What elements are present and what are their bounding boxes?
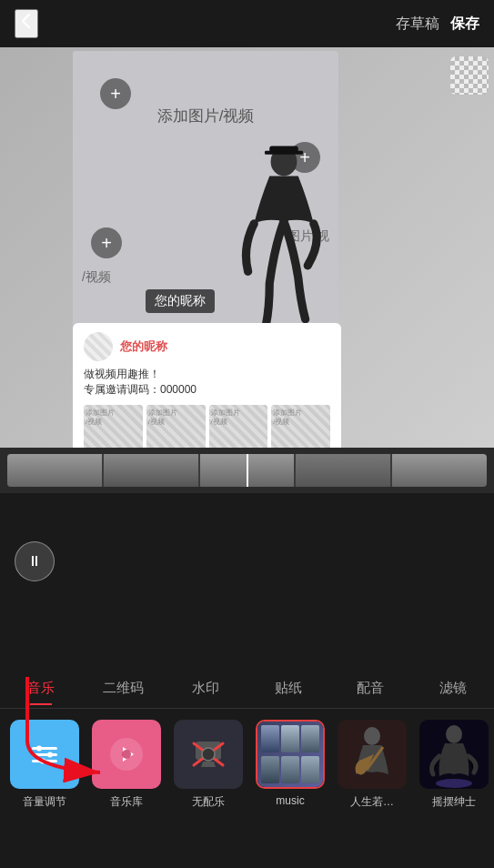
add-media-plus-tl[interactable]: + <box>100 78 131 109</box>
pause-icon: ⏸ <box>27 553 42 570</box>
tab-watermark[interactable]: 水印 <box>165 672 247 704</box>
header-actions: 存草稿 保存 <box>396 15 479 34</box>
svg-rect-5 <box>32 753 57 756</box>
timeline-seg <box>392 454 487 487</box>
tool-music-lib[interactable]: 音乐库 <box>89 720 164 810</box>
draft-button[interactable]: 存草稿 <box>396 15 439 34</box>
svg-point-7 <box>36 746 42 752</box>
tool-no-music[interactable]: 无配乐 <box>171 720 246 810</box>
back-button[interactable] <box>15 9 38 38</box>
svg-point-8 <box>47 752 53 758</box>
avatar-top-right <box>450 56 489 95</box>
svg-point-19 <box>436 779 472 788</box>
post-card-name: 您的昵称 <box>120 338 167 355</box>
svg-point-15 <box>364 727 380 745</box>
tool-person2-label: 摇摆绅士 <box>432 794 476 810</box>
timeline-seg <box>296 454 390 487</box>
post-card-desc1: 做视频用趣推！ <box>84 367 330 382</box>
music-thumb-inner <box>257 722 323 787</box>
tools-row: 音量调节 音乐库 无配乐 <box>0 709 494 868</box>
tool-music-selected-label: music <box>276 794 304 807</box>
tool-volume-label: 音量调节 <box>23 794 66 810</box>
tab-dubbing[interactable]: 配音 <box>329 672 412 704</box>
svg-rect-4 <box>32 747 57 750</box>
tool-volume[interactable]: 音量调节 <box>7 720 82 810</box>
tab-qrcode[interactable]: 二维码 <box>83 672 166 704</box>
tool-music-selected[interactable]: music <box>253 720 328 807</box>
editor-preview: + 添加图片/视频 + 图片/视 + /视频 您的昵称 <box>0 47 494 493</box>
tool-music-lib-label: 音乐库 <box>110 794 143 810</box>
tool-volume-icon <box>10 720 79 789</box>
timeline <box>0 448 494 493</box>
svg-rect-2 <box>265 151 303 155</box>
svg-point-18 <box>446 725 462 743</box>
bottom-tabs: 音乐 二维码 水印 贴纸 配音 滤镜 <box>0 669 494 709</box>
timeline-cursor <box>247 454 248 487</box>
avatar <box>84 332 113 361</box>
post-card-desc2: 专属邀请调码：000000 <box>84 382 330 398</box>
save-button[interactable]: 保存 <box>450 15 479 34</box>
timeline-seg <box>7 454 102 487</box>
tool-music-lib-icon <box>92 720 161 789</box>
timeline-track[interactable] <box>7 454 487 487</box>
tool-no-music-label: 无配乐 <box>192 794 225 810</box>
tool-person1-icon <box>338 720 407 789</box>
add-media-label-bl: /视频 <box>82 269 111 286</box>
tab-music[interactable]: 音乐 <box>0 672 83 704</box>
add-media-label[interactable]: 添加图片/视频 <box>157 106 255 126</box>
tool-person1[interactable]: 人生若… <box>335 720 409 810</box>
pause-button[interactable]: ⏸ <box>15 541 55 581</box>
tool-person1-label: 人生若… <box>350 794 394 810</box>
playback-controls: ⏸ <box>7 541 55 581</box>
tool-person2[interactable]: 摇摆绅士 <box>417 720 491 810</box>
tab-filter[interactable]: 滤镜 <box>412 672 495 704</box>
timeline-seg <box>104 454 198 487</box>
nickname-canvas-overlay: 您的昵称 <box>146 289 215 313</box>
tool-person2-icon <box>419 720 489 789</box>
add-media-plus-bl[interactable]: + <box>91 227 122 258</box>
svg-point-11 <box>122 750 131 759</box>
tool-music-thumb <box>256 720 325 789</box>
svg-point-13 <box>202 748 215 761</box>
person-silhouette <box>229 140 338 331</box>
tab-sticker[interactable]: 贴纸 <box>247 672 330 704</box>
svg-point-9 <box>40 759 45 764</box>
add-media-canvas: + 添加图片/视频 + 图片/视 + /视频 您的昵称 <box>73 51 338 331</box>
post-card-top: 您的昵称 <box>84 332 330 361</box>
header: 存草稿 保存 <box>0 0 494 47</box>
tool-no-music-icon <box>174 720 243 789</box>
